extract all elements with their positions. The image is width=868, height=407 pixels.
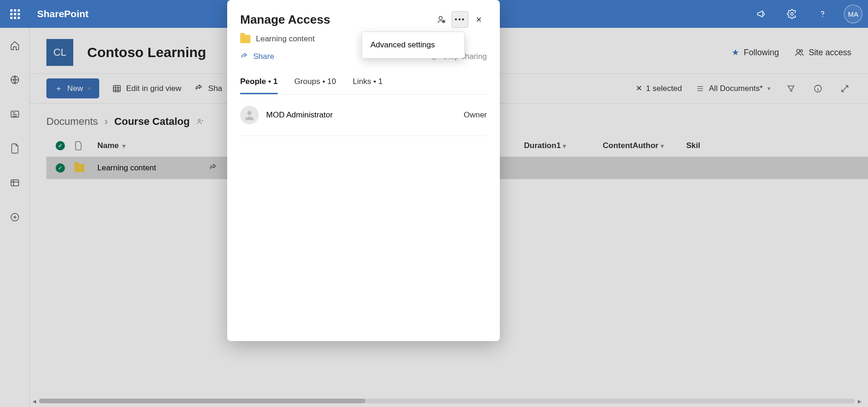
svg-point-7 bbox=[800, 50, 803, 52]
column-author[interactable]: ContentAuthor ▾ bbox=[603, 141, 686, 150]
people-icon bbox=[795, 48, 804, 57]
selection-count: ✕ 1 selected bbox=[636, 84, 682, 93]
advanced-settings-item[interactable]: Advanced settings bbox=[362, 34, 464, 56]
private-icon bbox=[196, 117, 204, 126]
svg-point-14 bbox=[248, 111, 252, 115]
close-button[interactable]: ✕ bbox=[470, 11, 487, 28]
brand-label[interactable]: SharePoint bbox=[37, 8, 89, 19]
grant-access-icon[interactable] bbox=[433, 11, 450, 28]
scroll-left-icon[interactable]: ◂ bbox=[30, 397, 39, 406]
gear-icon[interactable] bbox=[783, 5, 801, 23]
chevron-down-icon: ▾ bbox=[767, 85, 771, 92]
breadcrumb-current: Course Catalog bbox=[115, 116, 190, 128]
site-access-button[interactable]: Site access bbox=[795, 48, 851, 58]
new-label: New bbox=[67, 84, 83, 93]
new-button[interactable]: ＋ New ▾ bbox=[46, 78, 99, 98]
svg-rect-4 bbox=[11, 180, 19, 186]
grid-icon bbox=[112, 84, 121, 93]
news-icon[interactable] bbox=[6, 106, 23, 123]
tab-links[interactable]: Links • 1 bbox=[353, 72, 383, 94]
svg-point-11 bbox=[439, 16, 442, 19]
breadcrumb-root[interactable]: Documents bbox=[46, 116, 98, 128]
info-icon[interactable] bbox=[811, 82, 824, 95]
tab-groups-count: 10 bbox=[327, 77, 336, 86]
help-icon[interactable] bbox=[813, 5, 832, 23]
share-icon[interactable] bbox=[209, 163, 218, 173]
close-icon[interactable]: ✕ bbox=[636, 84, 642, 93]
suite-header-right: MA bbox=[752, 5, 862, 23]
star-icon: ★ bbox=[732, 47, 739, 58]
column-skill-label: Skil bbox=[686, 141, 700, 150]
tab-links-count: 1 bbox=[378, 77, 383, 86]
folder-icon bbox=[240, 35, 250, 43]
person-role: Owner bbox=[464, 110, 487, 120]
column-name-label: Name bbox=[97, 141, 119, 150]
list-view-icon bbox=[696, 84, 704, 93]
advanced-settings-menu: Advanced settings bbox=[362, 32, 465, 58]
chevron-down-icon: ▾ bbox=[661, 142, 664, 149]
edit-grid-button[interactable]: Edit in grid view bbox=[112, 84, 181, 93]
avatar-initials: MA bbox=[848, 10, 859, 18]
list-icon[interactable] bbox=[6, 174, 23, 191]
edit-grid-label: Edit in grid view bbox=[126, 84, 181, 93]
svg-point-6 bbox=[797, 49, 800, 52]
column-author-label: ContentAuthor bbox=[603, 141, 658, 150]
tab-links-label: Links bbox=[353, 77, 371, 86]
chevron-down-icon: ▾ bbox=[122, 142, 126, 149]
chevron-down-icon: ▾ bbox=[563, 142, 566, 149]
share-icon bbox=[240, 52, 249, 61]
tab-people-label: People bbox=[240, 77, 266, 86]
home-icon[interactable] bbox=[6, 37, 23, 54]
plus-icon: ＋ bbox=[55, 83, 63, 94]
row-checkbox[interactable]: ✓ bbox=[56, 163, 65, 173]
share-command[interactable]: Sha bbox=[194, 84, 222, 93]
person-name: MOD Administrator bbox=[266, 110, 333, 120]
close-icon: ✕ bbox=[476, 15, 482, 24]
site-logo[interactable]: CL bbox=[46, 39, 73, 66]
left-rail bbox=[0, 28, 30, 407]
share-command-label: Sha bbox=[208, 84, 222, 93]
chevron-down-icon: ▾ bbox=[88, 85, 91, 92]
dialog-tabs: People • 1 Groups • 10 Links • 1 bbox=[240, 72, 487, 95]
svg-point-10 bbox=[198, 119, 201, 122]
selected-label: 1 selected bbox=[646, 84, 682, 93]
folder-icon bbox=[74, 164, 84, 172]
file-icon[interactable] bbox=[6, 140, 23, 157]
following-label: Following bbox=[744, 48, 779, 58]
following-toggle[interactable]: ★ Following bbox=[732, 47, 779, 58]
select-all[interactable]: ✓ bbox=[46, 141, 74, 150]
globe-icon[interactable] bbox=[6, 71, 23, 88]
more-options-button[interactable]: ••• bbox=[452, 11, 468, 28]
ellipsis-icon: ••• bbox=[455, 15, 466, 24]
person-row: MOD Administrator Owner bbox=[240, 95, 487, 136]
svg-rect-8 bbox=[114, 85, 121, 91]
dialog-item-name: Learning content bbox=[256, 34, 315, 44]
horizontal-scrollbar[interactable]: ◂ ▸ bbox=[30, 398, 864, 404]
column-duration-label: Duration1 bbox=[524, 141, 561, 150]
scroll-right-icon[interactable]: ▸ bbox=[855, 397, 864, 406]
site-title: Contoso Learning bbox=[87, 45, 206, 60]
row-name: Learning content bbox=[97, 163, 156, 173]
column-skill[interactable]: Skil bbox=[686, 141, 714, 150]
dialog-title: Manage Access bbox=[240, 13, 330, 27]
megaphone-icon[interactable] bbox=[752, 5, 771, 23]
column-duration[interactable]: Duration1 ▾ bbox=[524, 141, 603, 150]
share-icon bbox=[194, 84, 204, 93]
app-launcher-icon[interactable] bbox=[6, 5, 24, 23]
add-icon[interactable] bbox=[6, 209, 23, 226]
svg-point-1 bbox=[822, 16, 823, 17]
tab-groups[interactable]: Groups • 10 bbox=[294, 72, 336, 94]
type-column-icon[interactable] bbox=[74, 141, 97, 151]
site-logo-initials: CL bbox=[53, 46, 66, 58]
view-selector[interactable]: All Documents* ▾ bbox=[696, 84, 771, 93]
user-avatar[interactable]: MA bbox=[844, 5, 862, 23]
tab-people[interactable]: People • 1 bbox=[240, 72, 278, 94]
filter-icon[interactable] bbox=[785, 82, 798, 95]
chevron-right-icon: › bbox=[104, 116, 108, 128]
tab-groups-label: Groups bbox=[294, 77, 320, 86]
person-avatar-icon bbox=[240, 106, 259, 124]
expand-icon[interactable] bbox=[838, 82, 851, 95]
svg-point-0 bbox=[791, 13, 793, 15]
site-access-label: Site access bbox=[809, 48, 851, 58]
share-button[interactable]: Share bbox=[240, 52, 274, 61]
